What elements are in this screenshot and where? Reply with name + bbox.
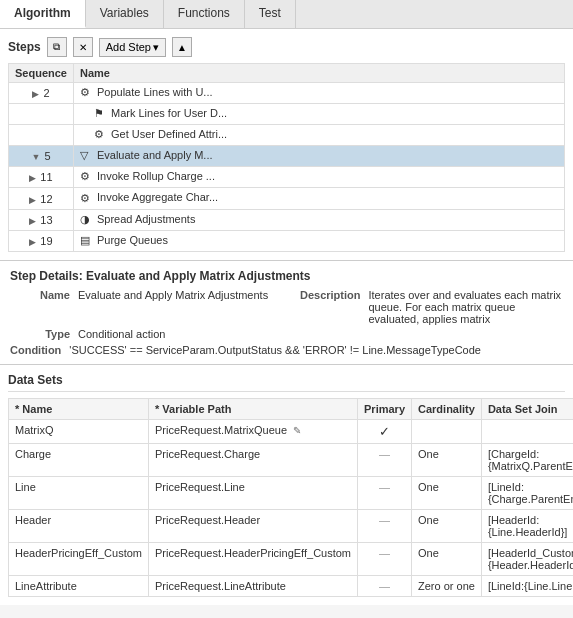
step-name: ⚙Invoke Rollup Charge ... — [73, 167, 564, 188]
table-row[interactable]: ▶19▤Purge Queues — [9, 230, 565, 251]
collapse-icon[interactable]: ▼ — [31, 152, 40, 162]
ds-primary: ✓ — [358, 419, 412, 443]
edit-icon[interactable]: ✎ — [290, 425, 301, 436]
table-row: ChargePriceRequest.Charge—One[ChargeId:{… — [9, 443, 574, 476]
step-details-panel: Step Details: Evaluate and Apply Matrix … — [0, 261, 573, 365]
step-seq: ▶2 — [9, 83, 74, 104]
col-sequence: Sequence — [9, 64, 74, 83]
name-label: Name — [10, 289, 70, 325]
ds-join — [481, 419, 573, 443]
datasets-panel: Data Sets * Name * Variable Path Primary… — [0, 365, 573, 605]
step-seq — [9, 104, 74, 125]
step-name: ⚑Mark Lines for User D... — [73, 104, 564, 125]
ds-primary: — — [358, 542, 412, 575]
ds-cardinality: One — [412, 443, 482, 476]
tab-variables[interactable]: Variables — [86, 0, 164, 28]
ds-variable-path: PriceRequest.Header — [148, 509, 357, 542]
condition-value: 'SUCCESS' == ServiceParam.OutputStatus &… — [69, 344, 481, 356]
datasets-header: Data Sets — [8, 373, 565, 392]
table-row[interactable]: ▶13◑Spread Adjustments — [9, 209, 565, 230]
col-ds-variable-path: * Variable Path — [148, 398, 357, 419]
steps-copy-button[interactable]: ⧉ — [47, 37, 67, 57]
checkmark-icon: ✓ — [379, 424, 390, 439]
tab-functions[interactable]: Functions — [164, 0, 245, 28]
step-name: ▽Evaluate and Apply M... — [73, 146, 564, 167]
step-seq: ▼5 — [9, 146, 74, 167]
expand-icon[interactable]: ▶ — [32, 89, 39, 99]
table-row[interactable]: ⚑Mark Lines for User D... — [9, 104, 565, 125]
table-row: HeaderPricingEff_CustomPriceRequest.Head… — [9, 542, 574, 575]
steps-header: Steps ⧉ ✕ Add Step ▾ ▲ — [8, 37, 565, 57]
ds-variable-path: PriceRequest.LineAttribute — [148, 575, 357, 596]
expand-icon[interactable]: ▶ — [29, 216, 36, 226]
table-row: LineAttributePriceRequest.LineAttribute—… — [9, 575, 574, 596]
step-name: ⚙Populate Lines with U... — [73, 83, 564, 104]
gear-icon: ⚙ — [80, 192, 94, 206]
step-details-title: Step Details: Evaluate and Apply Matrix … — [10, 269, 563, 283]
ds-cardinality — [412, 419, 482, 443]
step-seq: ▶12 — [9, 188, 74, 209]
table-row[interactable]: ▼5▽Evaluate and Apply M... — [9, 146, 565, 167]
gear-icon: ⚙ — [94, 128, 108, 142]
step-seq: ▶19 — [9, 230, 74, 251]
steps-delete-button[interactable]: ✕ — [73, 37, 93, 57]
table-row[interactable]: ▶12⚙Invoke Aggregate Char... — [9, 188, 565, 209]
ds-cardinality: One — [412, 542, 482, 575]
ds-primary: — — [358, 443, 412, 476]
type-label: Type — [10, 328, 70, 340]
col-ds-primary: Primary — [358, 398, 412, 419]
step-seq: ▶13 — [9, 209, 74, 230]
col-ds-name: * Name — [9, 398, 149, 419]
ds-primary: — — [358, 509, 412, 542]
col-ds-cardinality: Cardinality — [412, 398, 482, 419]
flag-icon: ⚑ — [94, 107, 108, 121]
dash-icon: — — [379, 448, 390, 460]
dash-icon: — — [379, 580, 390, 592]
condition-row: Condition 'SUCCESS' == ServiceParam.Outp… — [10, 344, 563, 356]
table-row: HeaderPriceRequest.Header—One[HeaderId:{… — [9, 509, 574, 542]
steps-table: Sequence Name ▶2⚙Populate Lines with U..… — [8, 63, 565, 252]
description-value: Iterates over and evaluates each matrix … — [369, 289, 564, 325]
add-step-button[interactable]: Add Step ▾ — [99, 38, 166, 57]
table-row[interactable]: ▶11⚙Invoke Rollup Charge ... — [9, 167, 565, 188]
add-step-dropdown-icon: ▾ — [153, 41, 159, 54]
filter-icon: ▽ — [80, 149, 94, 163]
steps-title: Steps — [8, 40, 41, 54]
table-row[interactable]: ⚙Get User Defined Attri... — [9, 125, 565, 146]
ds-join: [LineId:{Line.LineId}] — [481, 575, 573, 596]
table-row[interactable]: ▶2⚙Populate Lines with U... — [9, 83, 565, 104]
expand-icon[interactable]: ▶ — [29, 173, 36, 183]
expand-icon[interactable]: ▶ — [29, 237, 36, 247]
step-seq: ▶11 — [9, 167, 74, 188]
ds-variable-path: PriceRequest.MatrixQueue ✎ — [148, 419, 357, 443]
ds-name: Line — [9, 476, 149, 509]
steps-panel: Steps ⧉ ✕ Add Step ▾ ▲ Sequence Name ▶2⚙… — [0, 29, 573, 261]
gear-icon: ⚙ — [80, 86, 94, 100]
tab-algorithm[interactable]: Algorithm — [0, 0, 86, 28]
description-label: Description — [281, 289, 361, 325]
adjust-icon: ◑ — [80, 213, 94, 227]
table-row: MatrixQPriceRequest.MatrixQueue ✎✓ — [9, 419, 574, 443]
expand-icon[interactable]: ▶ — [29, 195, 36, 205]
ds-name: LineAttribute — [9, 575, 149, 596]
step-name: ⚙Get User Defined Attri... — [73, 125, 564, 146]
step-name: ◑Spread Adjustments — [73, 209, 564, 230]
dash-icon: — — [379, 547, 390, 559]
steps-up-button[interactable]: ▲ — [172, 37, 192, 57]
ds-join: [HeaderId:{Line.HeaderId}] — [481, 509, 573, 542]
dash-icon: — — [379, 514, 390, 526]
ds-variable-path: PriceRequest.Line — [148, 476, 357, 509]
ds-cardinality: Zero or one — [412, 575, 482, 596]
condition-label: Condition — [10, 344, 61, 356]
step-name: ⚙Invoke Aggregate Char... — [73, 188, 564, 209]
ds-variable-path: PriceRequest.Charge — [148, 443, 357, 476]
col-ds-join: Data Set Join — [481, 398, 573, 419]
table-row: LinePriceRequest.Line—One[LineId:{Charge… — [9, 476, 574, 509]
queue-icon: ▤ — [80, 234, 94, 248]
ds-primary: — — [358, 476, 412, 509]
ds-name: Charge — [9, 443, 149, 476]
type-value: Conditional action — [78, 328, 273, 340]
tab-test[interactable]: Test — [245, 0, 296, 28]
add-step-label: Add Step — [106, 41, 151, 53]
ds-join: [ChargeId:{MatrixQ.ParentEntityId}] — [481, 443, 573, 476]
